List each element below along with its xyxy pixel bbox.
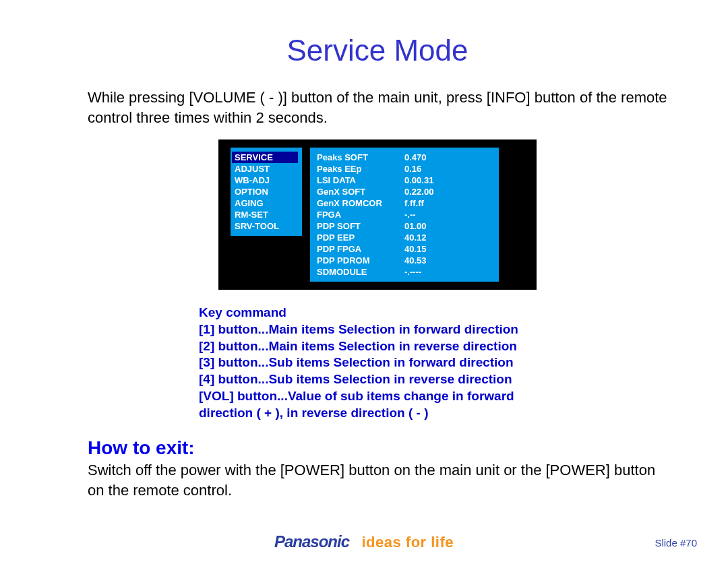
data-value: 0.00.31	[404, 175, 433, 185]
menu-item-aging: AGING	[235, 197, 295, 209]
data-label: Peaks EEp	[317, 164, 404, 174]
data-value: -.----	[404, 267, 421, 277]
data-label: FPGA	[317, 210, 404, 220]
key-command-heading: Key command	[199, 305, 573, 321]
key-command-block: Key command [1] button...Main items Sele…	[199, 305, 573, 421]
menu-column: SERVICEADJUSTWB-ADJOPTIONAGINGRM-SETSRV-…	[231, 148, 302, 236]
data-value: f.ff.ff	[404, 198, 424, 208]
data-row: Peaks EEp0.16	[317, 163, 492, 175]
data-column: Peaks SOFT0.470Peaks EEp0.16LSI DATA0.00…	[310, 148, 499, 282]
menu-item-adjust: ADJUST	[235, 163, 295, 175]
data-row: Peaks SOFT0.470	[317, 152, 492, 163]
how-to-exit-heading: How to exit:	[88, 437, 667, 459]
menu-item-srv-tool: SRV-TOOL	[235, 220, 295, 232]
data-label: LSI DATA	[317, 175, 404, 185]
key-command-line: direction ( + ), in reverse direction ( …	[199, 405, 573, 422]
key-command-line: [1] button...Main items Selection in for…	[199, 321, 573, 338]
key-command-line: [2] button...Main items Selection in rev…	[199, 338, 573, 355]
data-label: PDP EEP	[317, 232, 404, 243]
intro-text: While pressing [VOLUME ( - )] button of …	[88, 88, 667, 127]
menu-item-option: OPTION	[235, 186, 295, 197]
brand-logo: Panasonic	[274, 532, 349, 551]
data-label: PDP SOFT	[317, 221, 404, 231]
data-row: PDP PDROM40.53	[317, 255, 492, 266]
service-screen: SERVICEADJUSTWB-ADJOPTIONAGINGRM-SETSRV-…	[218, 139, 537, 290]
data-row: PDP EEP40.12	[317, 232, 492, 243]
data-row: PDP SOFT01.00	[317, 220, 492, 232]
data-row: FPGA-.--	[317, 209, 492, 220]
data-label: GenX SOFT	[317, 187, 404, 197]
data-value: 01.00	[404, 221, 427, 231]
key-command-line: [VOL] button...Value of sub items change…	[199, 388, 573, 405]
key-command-line: [4] button...Sub items Selection in reve…	[199, 371, 573, 388]
data-value: 0.16	[404, 164, 421, 174]
data-value: -.--	[404, 210, 416, 220]
data-label: PDP FPGA	[317, 244, 404, 254]
data-label: GenX ROMCOR	[317, 198, 404, 208]
data-value: 40.53	[404, 255, 427, 266]
data-label: SDMODULE	[317, 267, 404, 277]
data-row: GenX SOFT0.22.00	[317, 186, 492, 197]
slide-number: Slide #70	[655, 537, 697, 549]
menu-item-wb-adj: WB-ADJ	[235, 175, 295, 186]
data-row: GenX ROMCORf.ff.ff	[317, 197, 492, 209]
data-row: PDP FPGA40.15	[317, 243, 492, 255]
menu-item-rm-set: RM-SET	[235, 209, 295, 220]
data-value: 40.12	[404, 232, 427, 243]
page-title: Service Mode	[88, 34, 667, 67]
data-value: 0.22.00	[404, 187, 433, 197]
menu-item-service: SERVICE	[232, 152, 298, 163]
data-row: LSI DATA0.00.31	[317, 175, 492, 186]
data-value: 0.470	[404, 152, 427, 162]
how-to-exit-body: Switch off the power with the [POWER] bu…	[88, 460, 667, 500]
data-value: 40.15	[404, 244, 427, 254]
brand-tagline: ideas for life	[361, 534, 454, 551]
data-label: PDP PDROM	[317, 255, 404, 266]
data-row: SDMODULE-.----	[317, 266, 492, 278]
key-command-line: [3] button...Sub items Selection in forw…	[199, 354, 573, 371]
data-label: Peaks SOFT	[317, 152, 404, 162]
footer: Panasonic ideas for life	[0, 532, 728, 551]
